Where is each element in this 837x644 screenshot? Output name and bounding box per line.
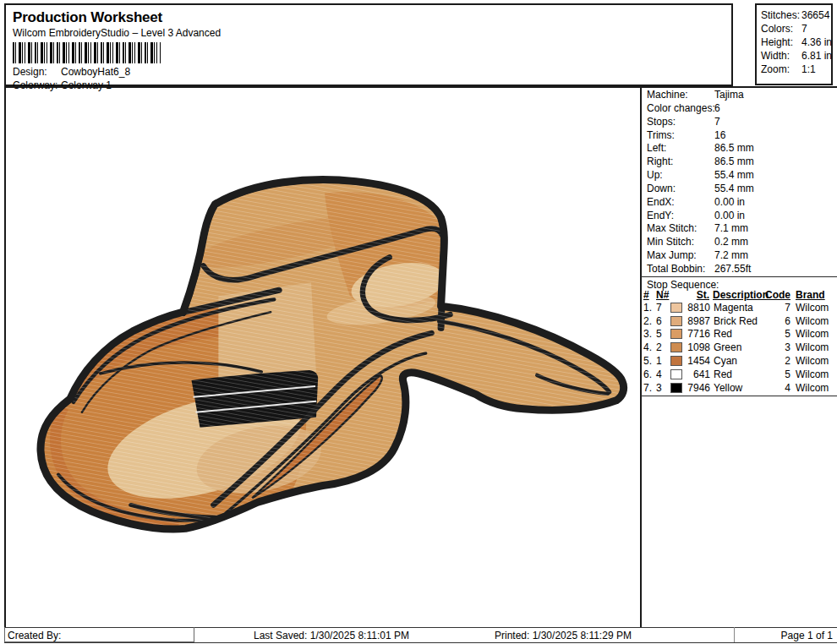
machine-info-value: 7 <box>714 116 720 129</box>
machine-info-row: Total Bobbin:267.55ft <box>647 263 834 276</box>
machine-info-row: Stops:7 <box>647 116 834 129</box>
thread-code: 3 <box>772 341 790 353</box>
machine-info-row: Color changes:6 <box>647 102 834 116</box>
header-panel: Production Worksheet Wilcom EmbroiderySt… <box>4 3 733 86</box>
needle-number: 5 <box>656 328 670 340</box>
barcode <box>13 42 161 63</box>
machine-info-label: Left: <box>647 142 714 156</box>
stats-value: 1:1 <box>801 63 816 75</box>
stats-label: Zoom: <box>761 63 801 76</box>
thread-description: Red <box>714 328 772 340</box>
thread-code: 5 <box>772 368 790 380</box>
stitch-count: 1454 <box>685 355 710 367</box>
machine-info-row: Left:86.5 mm <box>647 142 834 156</box>
thread-description: Red <box>714 368 772 380</box>
machine-info-row: EndY:0.00 in <box>647 210 834 223</box>
printed-text: Printed: 1/30/2025 8:11:29 PM <box>495 630 632 641</box>
machine-info-row: Machine:Tajima <box>647 89 834 102</box>
panel-divider-line <box>640 86 642 627</box>
thread-brand: Wilcom <box>796 302 836 314</box>
row-number: 4. <box>643 341 656 353</box>
machine-info-value: 6 <box>714 102 720 116</box>
thread-color-swatch <box>670 356 682 366</box>
stats-row: Zoom:1:1 <box>761 63 831 76</box>
machine-info-value: 7.2 mm <box>714 249 748 263</box>
machine-info-row: Trims:16 <box>647 129 834 143</box>
stitch-count: 8987 <box>685 315 710 327</box>
machine-info-label: Max Stitch: <box>647 222 714 236</box>
thread-code: 5 <box>772 328 790 340</box>
table-row: 4. 2 1098 Green 3 Wilcom <box>643 341 836 354</box>
stats-value: 6.81 in <box>801 50 832 62</box>
thread-description: Yellow <box>714 382 772 394</box>
thread-color-swatch <box>670 329 682 339</box>
col-header-brand: Brand <box>796 289 836 301</box>
app-subtitle: Wilcom EmbroideryStudio – Level 3 Advanc… <box>13 27 221 39</box>
machine-info-label: Up: <box>647 169 714 183</box>
machine-info-row: Max Jump:7.2 mm <box>647 249 834 263</box>
table-row: 1. 7 8810 Magenta 7 Wilcom <box>643 301 836 314</box>
thread-color-swatch <box>670 316 682 326</box>
thread-brand: Wilcom <box>796 341 836 353</box>
col-header-n: N# <box>656 289 670 301</box>
machine-info-label: Right: <box>647 156 714 169</box>
thread-code: 7 <box>772 302 790 314</box>
col-header-description: Description <box>713 289 772 301</box>
machine-info-label: Min Stitch: <box>647 236 714 249</box>
stitch-count: 7716 <box>685 328 710 340</box>
machine-info-value: 7.1 mm <box>714 222 748 236</box>
row-number: 3. <box>643 328 656 340</box>
thread-brand: Wilcom <box>796 328 836 340</box>
stats-value: 4.36 in <box>801 36 832 48</box>
col-header-st: St. <box>684 289 709 301</box>
needle-number: 2 <box>656 341 670 353</box>
machine-info-label: Total Bobbin: <box>647 263 714 276</box>
table-row: 2. 6 8987 Brick Red 6 Wilcom <box>643 314 836 328</box>
thread-brand: Wilcom <box>796 382 836 394</box>
machine-info-value: 267.55ft <box>714 263 751 276</box>
design-preview <box>6 89 640 627</box>
thread-color-swatch <box>670 342 682 352</box>
thread-description: Brick Red <box>714 315 772 327</box>
thread-description: Cyan <box>714 355 772 367</box>
created-by-label: Created By: <box>8 630 61 641</box>
row-number: 6. <box>643 368 656 380</box>
thread-brand: Wilcom <box>796 368 836 380</box>
machine-info-row: EndX:0.00 in <box>647 196 834 210</box>
stop-sequence-top-line <box>641 276 837 277</box>
machine-info-label: Stops: <box>647 116 714 129</box>
machine-info-row: Min Stitch:0.2 mm <box>647 236 834 249</box>
table-row: 3. 5 7716 Red 5 Wilcom <box>643 328 836 341</box>
row-number: 5. <box>643 355 656 367</box>
stats-value: 36654 <box>801 9 829 21</box>
machine-info-label: Max Jump: <box>647 249 714 263</box>
design-value: CowboyHat6_8 <box>61 66 130 78</box>
stop-sequence-bottom-line <box>641 396 837 396</box>
needle-number: 1 <box>656 355 670 367</box>
machine-info-row: Right:86.5 mm <box>647 156 834 169</box>
col-header-num: # <box>643 289 656 301</box>
thread-color-swatch <box>670 369 682 379</box>
machine-info-value: Tajima <box>714 89 744 102</box>
table-row: 6. 4 641 Red 5 Wilcom <box>643 368 836 381</box>
needle-number: 4 <box>656 368 670 380</box>
stitch-count: 7946 <box>685 382 710 394</box>
design-row: Design:CowboyHat6_8 <box>13 66 130 78</box>
row-number: 7. <box>643 382 656 394</box>
stats-label: Stitches: <box>761 8 801 22</box>
header-separator-line <box>4 86 837 88</box>
stats-label: Colors: <box>761 22 801 35</box>
stats-value: 7 <box>801 23 807 35</box>
stitch-count: 641 <box>685 368 710 380</box>
machine-info-label: Color changes: <box>647 102 714 116</box>
machine-info-label: EndX: <box>647 196 714 210</box>
thread-color-swatch <box>670 303 682 313</box>
thread-description: Magenta <box>714 302 772 314</box>
machine-info-row: Down:55.4 mm <box>647 183 834 196</box>
stitch-count: 8810 <box>685 302 710 314</box>
thread-code: 4 <box>772 382 790 394</box>
machine-info-value: 86.5 mm <box>714 156 754 169</box>
machine-info-value: 55.4 mm <box>714 183 754 196</box>
machine-info-value: 0.2 mm <box>714 236 748 249</box>
machine-info-value: 55.4 mm <box>714 169 754 183</box>
